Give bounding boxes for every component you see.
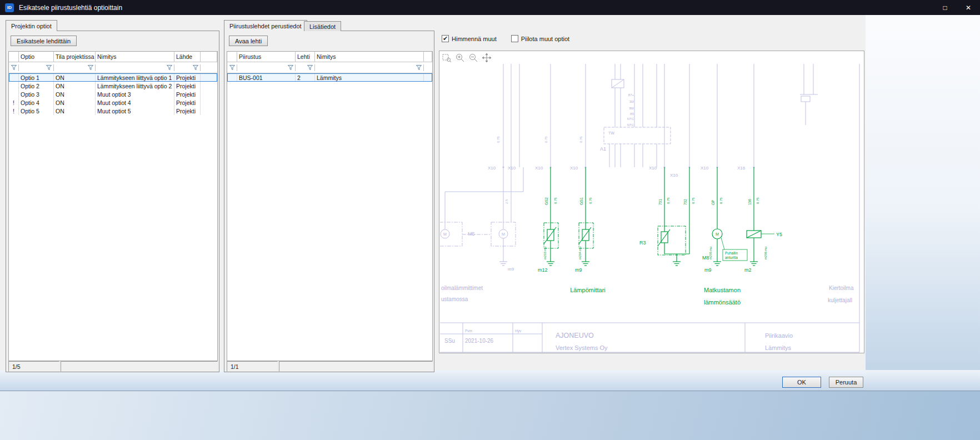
cell-optio: Optio 4 [19, 98, 54, 107]
cell-lahde: Projekti [174, 82, 201, 90]
zoom-in-icon[interactable] [455, 53, 465, 63]
filter-cell [19, 64, 54, 71]
svg-text:m206 mu: m206 mu [764, 247, 767, 259]
cell-filler [201, 98, 217, 107]
desktop-wallpaper [0, 391, 980, 440]
svg-text:NTC: NTC [627, 117, 634, 121]
terminal-label: X10 [508, 166, 516, 171]
close-button[interactable]: ✕ [957, 0, 980, 15]
options-status-bar: 1/5 [8, 361, 218, 372]
ground-symbol [582, 262, 589, 266]
zoom-out-icon[interactable] [468, 53, 478, 63]
hide-others-checkbox[interactable]: Piilota muut optiot [511, 35, 569, 42]
open-sheet-button[interactable]: Avaa lehti [229, 36, 268, 46]
svg-text:0.75: 0.75 [589, 197, 592, 204]
cell-optio: Optio 2 [19, 82, 54, 90]
terminal-label: X10 [535, 166, 543, 171]
terminal-label: X10 [649, 166, 657, 171]
option-row-3[interactable]: Optio 3 ON Muut optiot 3 Projekti [9, 90, 217, 98]
option-row-4[interactable]: ! Optio 4 ON Muut optiot 4 Projekti [9, 98, 217, 107]
cell-nimitys: Lämmitys [315, 73, 424, 82]
dim-others-label: Himmennä muut [452, 36, 497, 42]
filter-icon[interactable] [287, 64, 294, 71]
tab-lisatiedot[interactable]: Lisätiedot [304, 21, 341, 31]
preview-by-sheet-button[interactable]: Esikatsele lehdittäin [11, 36, 77, 46]
filter-icon[interactable] [307, 64, 313, 71]
cell-lahde: Projekti [174, 98, 201, 107]
ground-symbol [673, 262, 681, 266]
ground-symbol [750, 262, 758, 266]
zoom-window-icon[interactable] [442, 53, 452, 63]
filter-icon[interactable] [87, 64, 94, 71]
column-header-nimitys[interactable]: Nimitys [96, 52, 174, 62]
tab-projektin-optiot[interactable]: Projektin optiot [6, 20, 57, 31]
tab-piirustuslehdet-perustiedot[interactable]: Piirustuslehdet perustiedot [224, 20, 307, 31]
svg-text:GS2: GS2 [544, 197, 548, 205]
filter-cell [9, 64, 19, 71]
cell-nimitys: Muut optiot 3 [96, 90, 174, 98]
filter-icon[interactable] [166, 64, 173, 71]
column-header-lehti[interactable]: Lehti [296, 52, 315, 62]
maximize-button[interactable]: □ [933, 0, 957, 15]
filter-icon[interactable] [192, 64, 199, 71]
hide-others-label: Piilota muut optiot [521, 36, 569, 42]
terminal-label: X16 [737, 166, 746, 171]
dimmed-circuit-labels: 87+ 30f 86f 85 NTC NTC TW A1 X10 X10 X10… [441, 93, 854, 303]
filter-icon[interactable] [46, 64, 52, 71]
cancel-button[interactable]: Peruuta [829, 377, 863, 388]
svg-text:m9: m9 [704, 267, 712, 273]
column-header-filler [201, 52, 217, 62]
svg-text:85: 85 [630, 112, 634, 116]
row-marker [9, 82, 19, 90]
schematic-drawing[interactable]: 87+ 30f 86f 85 NTC NTC TW A1 X10 X10 X10… [440, 64, 863, 353]
app-icon: ID [5, 3, 14, 12]
column-header-tila[interactable]: Tila projektissa [54, 52, 96, 62]
svg-text:m205 mu: m205 mu [709, 247, 712, 259]
pan-icon[interactable] [482, 53, 492, 63]
options-grid-header: Optio Tila projektissa Nimitys Lähde [9, 52, 217, 62]
title-bar: ID Esikatsele piirustuslehtiä optioittai… [0, 0, 980, 15]
column-header-lahde[interactable]: Lähde [174, 52, 201, 62]
svg-text:m203 mu: m203 mu [543, 247, 547, 259]
svg-text:87+: 87+ [628, 93, 634, 97]
svg-text:Puhallin: Puhallin [725, 251, 738, 255]
cell-filler [424, 73, 432, 82]
cell-lahde: Projekti [174, 73, 201, 82]
column-header-nimitys[interactable]: Nimitys [315, 52, 424, 62]
svg-text:0.75: 0.75 [579, 136, 583, 143]
column-header-marker[interactable] [227, 52, 237, 62]
caption-lampomittari: Lämpömittari [570, 287, 606, 293]
filter-icon[interactable] [416, 64, 422, 71]
row-marker [9, 90, 19, 98]
sheet-row-1[interactable]: BUS-001 2 Lämmitys [227, 73, 432, 82]
cell-optio: Optio 3 [19, 90, 54, 98]
title-block-doc-name: Lämmitys [765, 344, 792, 351]
dimmed-caption: ustamossa [441, 296, 468, 302]
cell-lehti: 2 [296, 73, 315, 82]
ok-button[interactable]: OK [782, 377, 821, 388]
cell-tila: ON [54, 90, 96, 98]
filter-icon[interactable] [229, 64, 236, 71]
dimmed-caption: kuljettajall [828, 297, 852, 303]
highlighted-circuit-labels: GS2 0.75 m203 mu m12 GS1 0.75 m204 mu m9… [538, 197, 782, 306]
svg-text:m2: m2 [744, 267, 752, 273]
ground-symbol [499, 262, 507, 266]
row-marker: ! [9, 107, 19, 115]
option-row-1[interactable]: Optio 1 ON Lämmitykseen liittyvä optio 1… [9, 73, 217, 82]
svg-text:M8: M8 [702, 255, 709, 261]
filter-cell [237, 64, 296, 71]
column-header-optio[interactable]: Optio [19, 52, 54, 62]
filter-icon[interactable] [11, 64, 17, 71]
dialog-window: ID Esikatsele piirustuslehtiä optioittai… [0, 0, 980, 440]
motor-letter: M [716, 232, 719, 236]
cell-lahde: Projekti [174, 107, 201, 115]
option-row-5[interactable]: ! Optio 5 ON Muut optiot 5 Projekti [9, 107, 217, 115]
column-header-marker[interactable] [9, 52, 19, 62]
option-row-2[interactable]: Optio 2 ON Lämmitykseen liittyvä optio 2… [9, 82, 217, 90]
preview-toolbar [442, 53, 492, 63]
sheets-filter-row [227, 62, 432, 73]
svg-text:anturilla: anturilla [725, 256, 738, 259]
preview-options-row: ✔ Himmennä muut Piilota muut optiot [442, 35, 569, 42]
column-header-piirustus[interactable]: Piirustus [237, 52, 296, 62]
dim-others-checkbox[interactable]: ✔ Himmennä muut [442, 35, 497, 42]
